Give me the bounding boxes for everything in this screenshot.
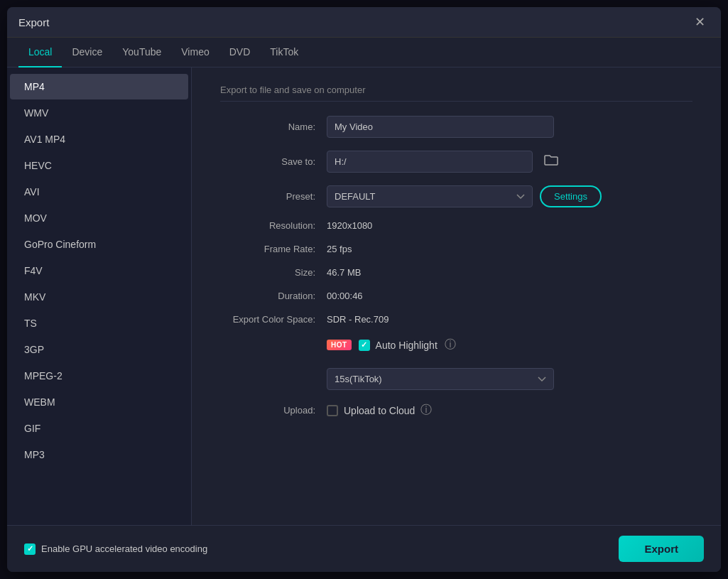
gpu-label: Enable GPU accelerated video encoding <box>41 543 207 554</box>
format-item-mkv[interactable]: MKV <box>10 284 188 310</box>
color-space-label: Export Color Space: <box>220 314 327 325</box>
size-value: 46.7 MB <box>327 267 361 278</box>
format-item-f4v[interactable]: F4V <box>10 258 188 283</box>
tab-local[interactable]: Local <box>18 38 62 67</box>
upload-label: Upload: <box>220 405 327 416</box>
format-item-webm[interactable]: WEBM <box>10 389 188 415</box>
save-to-label: Save to: <box>220 156 327 167</box>
resolution-row: Resolution: 1920x1080 <box>220 220 692 231</box>
upload-cloud-label: Upload to Cloud <box>344 405 415 416</box>
upload-cloud-info-icon[interactable]: ⓘ <box>420 403 432 418</box>
export-dialog: Export ✕ Local Device YouTube Vimeo DVD … <box>7 7 721 572</box>
save-path-input[interactable] <box>327 151 533 173</box>
checkmark-icon: ✓ <box>361 341 367 349</box>
tab-vimeo[interactable]: Vimeo <box>171 38 219 67</box>
size-row: Size: 46.7 MB <box>220 267 692 278</box>
auto-highlight-label: Auto Highlight <box>376 340 438 351</box>
format-item-av1mp4[interactable]: AV1 MP4 <box>10 126 188 152</box>
resolution-value: 1920x1080 <box>327 220 372 231</box>
dialog-overlay: Export ✕ Local Device YouTube Vimeo DVD … <box>0 0 728 579</box>
format-item-wmv[interactable]: WMV <box>10 100 188 126</box>
tab-tiktok[interactable]: TikTok <box>260 38 308 67</box>
gpu-checkmark-icon: ✓ <box>27 545 33 553</box>
auto-highlight-info-icon[interactable]: ⓘ <box>445 337 456 352</box>
framerate-row: Frame Rate: 25 fps <box>220 244 692 254</box>
framerate-value: 25 fps <box>327 244 352 254</box>
dialog-title: Export <box>18 16 49 28</box>
upload-cloud-checkbox[interactable] <box>327 405 338 416</box>
preset-label: Preset: <box>220 191 327 202</box>
upload-row: Upload: Upload to Cloud ⓘ <box>220 403 692 418</box>
tab-device[interactable]: Device <box>62 38 112 67</box>
main-panel: Export to file and save on computer Name… <box>192 67 721 561</box>
close-button[interactable]: ✕ <box>690 14 710 30</box>
format-item-hevc[interactable]: HEVC <box>10 153 188 178</box>
name-label: Name: <box>220 121 327 132</box>
format-item-3gp[interactable]: 3GP <box>10 337 188 362</box>
format-item-avi[interactable]: AVI <box>10 179 188 205</box>
preset-controls: DEFAULT Settings <box>327 185 602 207</box>
browse-folder-button[interactable] <box>538 151 564 173</box>
content-area: MP4 WMV AV1 MP4 HEVC AVI MOV GoPro Cinef… <box>7 67 721 561</box>
format-item-mov[interactable]: MOV <box>10 205 188 231</box>
duration-label: Duration: <box>220 291 327 301</box>
save-to-controls <box>327 151 564 173</box>
upload-controls: Upload to Cloud ⓘ <box>327 403 432 418</box>
tabs-row: Local Device YouTube Vimeo DVD TikTok <box>7 38 721 67</box>
settings-button[interactable]: Settings <box>540 185 602 207</box>
section-title: Export to file and save on computer <box>220 85 692 102</box>
format-item-mpeg2[interactable]: MPEG-2 <box>10 363 188 389</box>
preset-row: Preset: DEFAULT Settings <box>220 185 692 207</box>
export-button[interactable]: Export <box>619 536 704 562</box>
upload-cloud-checkbox-label[interactable]: Upload to Cloud <box>327 405 415 416</box>
name-input[interactable] <box>327 116 554 138</box>
auto-highlight-checkbox-label[interactable]: ✓ Auto Highlight <box>359 340 438 351</box>
highlight-duration-row: 15s(TikTok) 30s 60s Custom <box>220 368 692 390</box>
hot-badge: HOT <box>327 340 352 350</box>
format-item-ts[interactable]: TS <box>10 310 188 336</box>
size-label: Size: <box>220 267 327 278</box>
framerate-label: Frame Rate: <box>220 244 327 254</box>
save-to-row: Save to: <box>220 151 692 173</box>
footer-area: ✓ Enable GPU accelerated video encoding … <box>7 525 721 572</box>
resolution-label: Resolution: <box>220 220 327 231</box>
format-item-mp3[interactable]: MP3 <box>10 442 188 467</box>
color-space-value: SDR - Rec.709 <box>327 314 389 325</box>
auto-highlight-checkbox[interactable]: ✓ <box>359 340 370 351</box>
format-item-mp4[interactable]: MP4 <box>10 74 188 99</box>
color-space-row: Export Color Space: SDR - Rec.709 <box>220 314 692 325</box>
dialog-header: Export ✕ <box>7 7 721 38</box>
highlight-controls: HOT ✓ Auto Highlight ⓘ <box>327 337 456 352</box>
tab-youtube[interactable]: YouTube <box>112 38 171 67</box>
preset-select[interactable]: DEFAULT <box>327 185 533 207</box>
duration-row: Duration: 00:00:46 <box>220 291 692 301</box>
format-sidebar: MP4 WMV AV1 MP4 HEVC AVI MOV GoPro Cinef… <box>7 67 192 561</box>
format-item-gif[interactable]: GIF <box>10 416 188 441</box>
name-row: Name: <box>220 116 692 138</box>
gpu-checkbox[interactable]: ✓ <box>24 543 36 555</box>
tab-dvd[interactable]: DVD <box>219 38 261 67</box>
duration-value: 00:00:46 <box>327 291 363 301</box>
highlight-row: HOT ✓ Auto Highlight ⓘ <box>220 337 692 361</box>
highlight-duration-select[interactable]: 15s(TikTok) 30s 60s Custom <box>327 368 554 390</box>
format-item-gopro[interactable]: GoPro Cineform <box>10 232 188 257</box>
gpu-check: ✓ Enable GPU accelerated video encoding <box>24 543 207 555</box>
